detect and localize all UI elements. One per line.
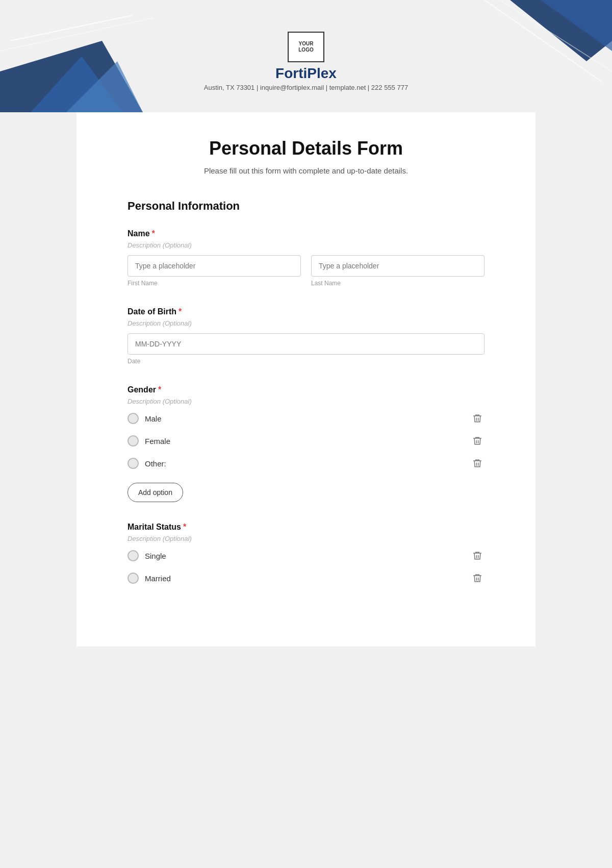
- header-decoration-left: [0, 10, 163, 112]
- logo-line1: YOUR: [299, 41, 314, 47]
- delete-male-button[interactable]: [470, 411, 484, 426]
- required-indicator: *: [183, 523, 186, 532]
- field-marital-status: Marital Status * Description (Optional) …: [128, 523, 484, 585]
- marital-option-married: Married: [128, 571, 484, 585]
- section-title: Personal Information: [128, 200, 484, 213]
- delete-single-button[interactable]: [470, 549, 484, 563]
- last-name-wrapper: Last Name: [311, 255, 484, 287]
- field-gender-label: Gender *: [128, 385, 484, 394]
- header: YOUR LOGO FortiPlex Austin, TX 73301 | i…: [0, 0, 612, 112]
- main-content: Personal Details Form Please fill out th…: [76, 112, 536, 647]
- company-name: FortiPlex: [275, 65, 337, 82]
- marital-option-single: Single: [128, 549, 484, 563]
- first-name-wrapper: First Name: [128, 255, 301, 287]
- field-dob-description: Description (Optional): [128, 319, 484, 327]
- delete-other-button[interactable]: [470, 456, 484, 470]
- last-name-sublabel: Last Name: [311, 280, 484, 287]
- field-name: Name * Description (Optional) First Name…: [128, 229, 484, 287]
- field-gender-description: Description (Optional): [128, 398, 484, 405]
- field-dob-label: Date of Birth *: [128, 307, 484, 316]
- field-dob: Date of Birth * Description (Optional) D…: [128, 307, 484, 365]
- logo-line2: LOGO: [298, 47, 313, 53]
- name-input-row: First Name Last Name: [128, 255, 484, 287]
- delete-female-button[interactable]: [470, 434, 484, 448]
- field-marital-description: Description (Optional): [128, 535, 484, 542]
- field-name-label: Name *: [128, 229, 484, 238]
- gender-option-female: Female: [128, 434, 484, 448]
- required-indicator: *: [158, 385, 161, 394]
- radio-single-label: Single: [145, 552, 166, 560]
- logo: YOUR LOGO: [288, 32, 324, 62]
- dob-input[interactable]: [128, 333, 484, 355]
- form-subtitle: Please fill out this form with complete …: [128, 166, 484, 175]
- radio-female-label: Female: [145, 437, 170, 445]
- field-name-description: Description (Optional): [128, 241, 484, 249]
- gender-option-other: Other:: [128, 456, 484, 470]
- radio-married[interactable]: [128, 573, 139, 584]
- last-name-input[interactable]: [311, 255, 484, 277]
- required-indicator: *: [152, 229, 155, 238]
- form-title: Personal Details Form: [128, 138, 484, 159]
- radio-married-label: Married: [145, 574, 171, 583]
- radio-male-label: Male: [145, 414, 162, 423]
- radio-other[interactable]: [128, 458, 139, 469]
- dob-sublabel: Date: [128, 358, 484, 365]
- radio-male[interactable]: [128, 413, 139, 424]
- required-indicator: *: [178, 307, 182, 316]
- field-gender: Gender * Description (Optional) Male: [128, 385, 484, 502]
- first-name-sublabel: First Name: [128, 280, 301, 287]
- company-details: Austin, TX 73301 | inquire@fortiplex.mai…: [204, 84, 408, 91]
- radio-single[interactable]: [128, 550, 139, 561]
- gender-option-male: Male: [128, 411, 484, 426]
- page-wrapper: YOUR LOGO FortiPlex Austin, TX 73301 | i…: [0, 0, 612, 647]
- add-gender-option-button[interactable]: Add option: [128, 483, 183, 502]
- field-marital-label: Marital Status *: [128, 523, 484, 532]
- header-decoration-right: [459, 0, 612, 102]
- radio-other-label: Other:: [145, 459, 166, 468]
- radio-female[interactable]: [128, 435, 139, 447]
- svg-line-1: [0, 18, 153, 51]
- first-name-input[interactable]: [128, 255, 301, 277]
- svg-line-0: [10, 15, 133, 41]
- delete-married-button[interactable]: [470, 571, 484, 585]
